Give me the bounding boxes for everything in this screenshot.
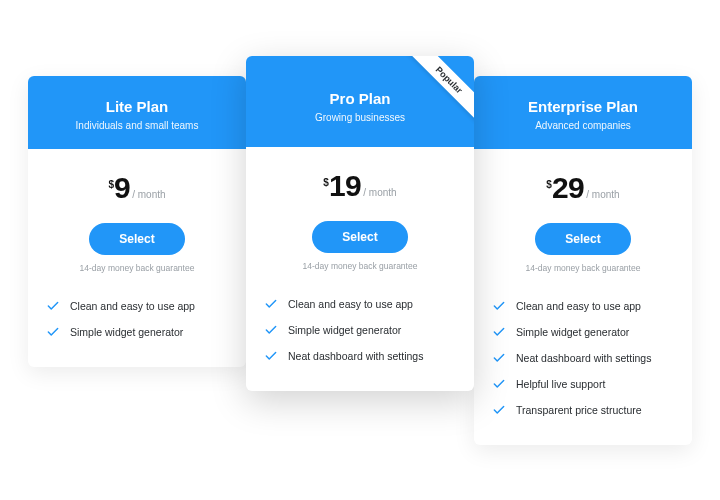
check-icon [46,325,60,339]
feature-item: Neat dashboard with settings [492,345,674,371]
plan-name: Enterprise Plan [484,98,682,115]
plan-card-enterprise: Enterprise PlanAdvanced companies$29/ mo… [474,76,692,445]
price-amount: 9 [114,171,130,204]
feature-item: Clean and easy to use app [492,293,674,319]
feature-label: Clean and easy to use app [288,298,413,310]
guarantee-text: 14-day money back guarantee [474,263,692,273]
price-amount: 19 [329,169,361,202]
plan-subtitle: Individuals and small teams [38,120,236,131]
price-period: / month [363,187,396,198]
select-button[interactable]: Select [89,223,184,255]
plan-header: Lite PlanIndividuals and small teams [28,76,246,149]
currency-symbol: $ [546,179,552,190]
plan-header: Pro PlanGrowing businesses [246,56,474,147]
price-block: $19/ month [246,147,474,211]
check-icon [492,299,506,313]
feature-label: Neat dashboard with settings [288,350,423,362]
select-button[interactable]: Select [535,223,630,255]
price-period: / month [132,189,165,200]
guarantee-text: 14-day money back guarantee [28,263,246,273]
price-block: $29/ month [474,149,692,213]
check-icon [264,297,278,311]
feature-label: Helpful live support [516,378,605,390]
plan-card-pro: PopularPro PlanGrowing businesses$19/ mo… [246,56,474,391]
feature-item: Clean and easy to use app [46,293,228,319]
feature-list: Clean and easy to use appSimple widget g… [474,287,692,445]
feature-item: Helpful live support [492,371,674,397]
currency-symbol: $ [108,179,114,190]
feature-label: Simple widget generator [516,326,629,338]
price-period: / month [586,189,619,200]
plan-card-lite: Lite PlanIndividuals and small teams$9/ … [28,76,246,367]
feature-item: Clean and easy to use app [264,291,456,317]
plan-name: Lite Plan [38,98,236,115]
feature-list: Clean and easy to use appSimple widget g… [246,285,474,391]
price-amount: 29 [552,171,584,204]
plan-subtitle: Advanced companies [484,120,682,131]
feature-list: Clean and easy to use appSimple widget g… [28,287,246,367]
feature-item: Simple widget generator [492,319,674,345]
feature-label: Transparent price structure [516,404,642,416]
plan-name: Pro Plan [256,90,464,107]
check-icon [492,351,506,365]
feature-item: Simple widget generator [46,319,228,345]
plan-header: Enterprise PlanAdvanced companies [474,76,692,149]
feature-label: Clean and easy to use app [70,300,195,312]
check-icon [264,323,278,337]
pricing-row: Lite PlanIndividuals and small teams$9/ … [28,56,692,445]
feature-label: Simple widget generator [70,326,183,338]
currency-symbol: $ [323,177,329,188]
check-icon [492,403,506,417]
select-button[interactable]: Select [312,221,407,253]
feature-item: Simple widget generator [264,317,456,343]
check-icon [492,325,506,339]
check-icon [264,349,278,363]
price-block: $9/ month [28,149,246,213]
feature-item: Neat dashboard with settings [264,343,456,369]
feature-item: Transparent price structure [492,397,674,423]
check-icon [46,299,60,313]
check-icon [492,377,506,391]
feature-label: Neat dashboard with settings [516,352,651,364]
plan-subtitle: Growing businesses [256,112,464,123]
feature-label: Simple widget generator [288,324,401,336]
feature-label: Clean and easy to use app [516,300,641,312]
guarantee-text: 14-day money back guarantee [246,261,474,271]
